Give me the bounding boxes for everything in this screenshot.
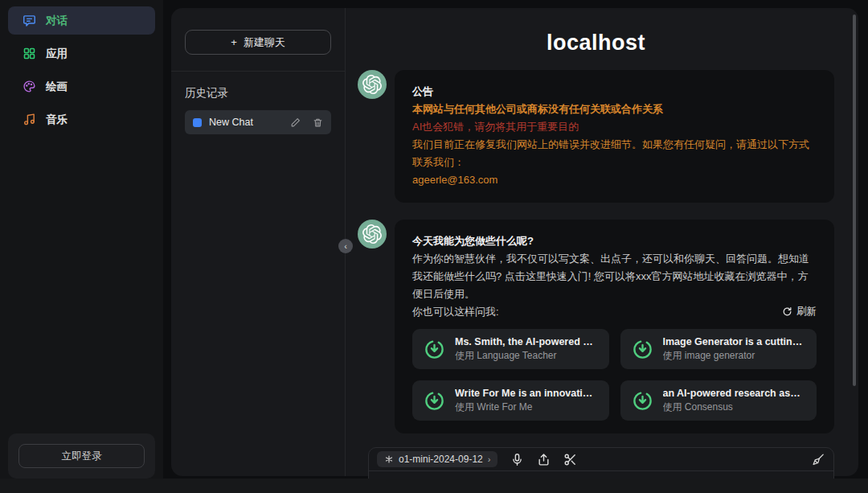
openai-logo-icon bbox=[362, 75, 382, 94]
new-chat-button[interactable]: + 新建聊天 bbox=[185, 30, 331, 55]
suggestion-title: Write For Me is an innovative A... bbox=[455, 386, 598, 401]
greeting-bubble: 今天我能为您做些什么呢? 作为你的智慧伙伴，我不仅可以写文案、出点子，还可以和你… bbox=[395, 220, 834, 433]
openai-logo-icon bbox=[362, 224, 382, 244]
refresh-icon bbox=[782, 306, 792, 317]
suggestion-subtitle: 使用 Consensus bbox=[663, 401, 806, 414]
chat-scrollbar[interactable] bbox=[853, 14, 856, 386]
login-card: 立即登录 bbox=[8, 433, 155, 479]
circle-download-icon bbox=[424, 339, 445, 360]
circle-download-icon bbox=[424, 390, 445, 412]
microphone-icon[interactable] bbox=[510, 453, 524, 466]
window-bottom-strip bbox=[0, 479, 868, 493]
history-item-title: New Chat bbox=[209, 117, 278, 128]
announcement-email[interactable]: ageerle@163.com bbox=[412, 171, 817, 189]
refresh-label: 刷新 bbox=[796, 303, 817, 320]
circle-download-icon bbox=[632, 390, 653, 412]
suggestion-card[interactable]: an AI-powered research assista... 使用 Con… bbox=[620, 380, 817, 421]
sidebar-item-label: 应用 bbox=[46, 47, 68, 61]
message-greeting: 今天我能为您做些什么呢? 作为你的智慧伙伴，我不仅可以写文案、出点子，还可以和你… bbox=[358, 220, 834, 433]
page-title: localhost bbox=[358, 31, 834, 55]
refresh-button[interactable]: 刷新 bbox=[782, 303, 817, 320]
sidebar-item-label: 对话 bbox=[46, 14, 68, 28]
circle-download-icon bbox=[632, 339, 653, 360]
history-pane: + 新建聊天 历史记录 New Chat bbox=[171, 8, 346, 476]
scissors-icon[interactable] bbox=[563, 453, 577, 466]
sidebar-item-label: 音乐 bbox=[46, 113, 68, 127]
chat-color-dot bbox=[193, 118, 202, 127]
message-announcement: 公告 本网站与任何其他公司或商标没有任何关联或合作关系 AI也会犯错，请勿将其用… bbox=[358, 70, 834, 203]
app-sidebar: 对话 应用 绘画 音乐 立即登录 bbox=[0, 0, 163, 493]
upload-icon[interactable] bbox=[537, 453, 551, 466]
assistant-avatar bbox=[358, 70, 387, 99]
greeting-heading: 今天我能为您做些什么呢? bbox=[412, 232, 817, 250]
sidebar-item-label: 绘画 bbox=[46, 80, 68, 94]
login-button[interactable]: 立即登录 bbox=[18, 444, 145, 468]
greeting-body: 作为你的智慧伙伴，我不仅可以写文案、出点子，还可以和你聊天、回答问题。想知道我还… bbox=[412, 250, 817, 303]
chevron-right-icon: › bbox=[488, 454, 491, 464]
announcement-bubble: 公告 本网站与任何其他公司或商标没有任何关联或合作关系 AI也会犯错，请勿将其用… bbox=[395, 70, 834, 203]
announcement-heading: 公告 bbox=[412, 83, 817, 101]
announcement-line2: AI也会犯错，请勿将其用于重要目的 bbox=[412, 118, 817, 136]
sidebar-item-apps[interactable]: 应用 bbox=[8, 39, 155, 68]
suggestion-title: Ms. Smith, the AI-powered Lan... bbox=[455, 335, 598, 349]
ask-hint: 你也可以这样问我: bbox=[412, 303, 499, 321]
history-section-title: 历史记录 bbox=[171, 72, 345, 110]
music-note-icon bbox=[23, 113, 36, 126]
suggestion-subtitle: 使用 image generator bbox=[663, 349, 806, 363]
suggestion-title: an AI-powered research assista... bbox=[663, 386, 806, 401]
suggestion-card[interactable]: Image Generator is a cutting-e... 使用 ima… bbox=[620, 329, 817, 369]
sidebar-item-draw[interactable]: 绘画 bbox=[8, 72, 155, 101]
sparkle-icon bbox=[384, 454, 394, 464]
chat-bubble-icon bbox=[23, 14, 36, 27]
edit-pencil-icon[interactable] bbox=[290, 117, 301, 128]
chevron-left-icon: ‹ bbox=[344, 241, 347, 251]
trash-icon[interactable] bbox=[313, 117, 323, 128]
suggestion-subtitle: 使用 Write For Me bbox=[455, 401, 598, 414]
suggestion-card[interactable]: Write For Me is an innovative A... 使用 Wr… bbox=[412, 380, 609, 421]
model-name: o1-mini-2024-09-12 bbox=[399, 454, 483, 465]
sidebar-item-chat[interactable]: 对话 bbox=[8, 6, 155, 35]
suggestion-card[interactable]: Ms. Smith, the AI-powered Lan... 使用 Lang… bbox=[412, 329, 609, 369]
suggestion-grid: Ms. Smith, the AI-powered Lan... 使用 Lang… bbox=[412, 329, 817, 421]
new-chat-section: + 新建聊天 bbox=[171, 8, 345, 72]
suggestion-subtitle: 使用 Language Teacher bbox=[455, 349, 598, 363]
main-panel: + 新建聊天 历史记录 New Chat ‹ localhost bbox=[171, 8, 858, 476]
announcement-line3: 我们目前正在修复我们网站上的错误并改进细节。如果您有任何疑问，请通过以下方式联系… bbox=[412, 136, 817, 171]
palette-icon bbox=[23, 80, 36, 93]
new-chat-label: 新建聊天 bbox=[244, 35, 285, 50]
plus-icon: + bbox=[231, 36, 237, 48]
composer-toolbar: o1-mini-2024-09-12 › bbox=[369, 448, 833, 471]
sidebar-item-music[interactable]: 音乐 bbox=[8, 105, 155, 134]
history-item-new-chat[interactable]: New Chat bbox=[185, 110, 331, 134]
announcement-line1: 本网站与任何其他公司或商标没有任何关联或合作关系 bbox=[412, 101, 817, 118]
model-selector[interactable]: o1-mini-2024-09-12 › bbox=[377, 451, 497, 467]
assistant-avatar bbox=[358, 220, 387, 249]
apps-grid-icon bbox=[23, 47, 36, 60]
chat-pane: ‹ localhost 公告 本网站与任何其他公司或商标没有任何关联或合作关系 … bbox=[346, 8, 858, 476]
collapse-sidebar-button[interactable]: ‹ bbox=[338, 239, 353, 253]
suggestion-title: Image Generator is a cutting-e... bbox=[663, 335, 806, 349]
broom-clear-icon[interactable] bbox=[812, 453, 825, 466]
